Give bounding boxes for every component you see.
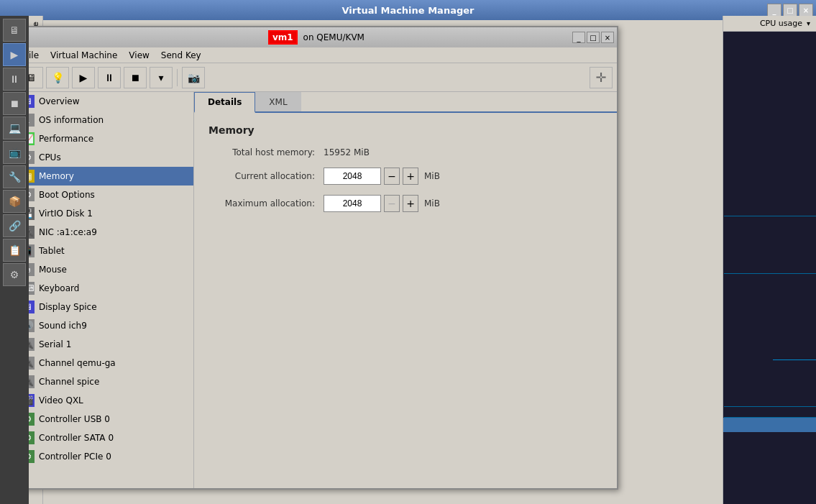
vm-maximize-button[interactable]: □	[587, 32, 600, 43]
pause-button[interactable]: ⏸	[98, 67, 121, 88]
sidebar-item-performance[interactable]: 📈 Performance	[16, 129, 193, 148]
dock-item-4[interactable]: ⏹	[3, 92, 26, 115]
sidebar-item-controller-usb-0[interactable]: ⚙ Controller USB 0	[16, 410, 193, 429]
vmm-maximize-button[interactable]: □	[783, 4, 797, 17]
cpu-panel-dropdown[interactable]: ▾	[807, 19, 810, 27]
toolbar-separator	[177, 69, 178, 86]
vm-sidebar: 🖥 Overview ℹ OS information 📈 Performanc…	[16, 92, 194, 488]
vm-title-on: on QEMU/KVM	[303, 32, 365, 42]
total-host-memory-value: 15952 MiB	[324, 147, 370, 157]
light-button[interactable]: 💡	[46, 67, 69, 88]
screenshot-button[interactable]: 📷	[182, 67, 205, 88]
application-dock: 🖥 ▶ ⏸ ⏹ 💻 📺 🔧 📦 🔗 📋 ⚙	[0, 16, 29, 504]
maximum-allocation-label: Maximum allocation:	[208, 198, 324, 209]
sidebar-item-memory[interactable]: ▦ Memory	[16, 167, 193, 185]
sidebar-item-tablet[interactable]: 📱 Tablet	[16, 242, 193, 260]
stop-button[interactable]: ⏹	[124, 67, 147, 88]
sidebar-item-channel-spice[interactable]: 🔌 Channel spice	[16, 372, 193, 391]
sidebar-item-channel-qemu-ga[interactable]: 🔌 Channel qemu-ga	[16, 354, 193, 372]
vm-menubar: File Virtual Machine View Send Key	[16, 47, 617, 63]
display-spice-label: Display Spice	[39, 302, 97, 312]
sidebar-item-mouse[interactable]: 🖱 Mouse	[16, 260, 193, 279]
sidebar-item-virtio-disk-1[interactable]: 💾 VirtIO Disk 1	[16, 204, 193, 223]
sidebar-item-controller-sata-0[interactable]: ⚙ Controller SATA 0	[16, 429, 193, 447]
virtio-disk-label: VirtIO Disk 1	[39, 209, 93, 219]
sidebar-item-overview[interactable]: 🖥 Overview	[16, 92, 193, 111]
vm-close-button[interactable]: ×	[601, 32, 614, 43]
performance-label: Performance	[39, 134, 93, 144]
maximum-allocation-unit: MiB	[424, 198, 440, 209]
vmm-close-button[interactable]: ×	[799, 4, 813, 17]
vm-window: vm1 on QEMU/KVM _ □ × File Virtual Machi…	[14, 26, 618, 490]
fullscreen-button[interactable]: ✛	[590, 67, 613, 88]
current-allocation-input[interactable]	[324, 168, 381, 185]
dock-item-3[interactable]: ⏸	[3, 68, 26, 91]
play-button[interactable]: ▶	[72, 67, 95, 88]
cpus-label: CPUs	[39, 152, 61, 162]
details-tab[interactable]: Details	[194, 92, 255, 113]
vm-title: vm1 on QEMU/KVM	[20, 32, 613, 42]
vmm-outer-window: Virtual Machine Manager _ □ × 🖥 ▶ ⏸ ⏹ 💻 …	[0, 0, 816, 504]
serial-1-label: Serial 1	[39, 339, 71, 349]
controller-pcie-0-label: Controller PCIe 0	[39, 452, 111, 462]
maximum-allocation-row: Maximum allocation: − + MiB	[208, 195, 602, 212]
controller-usb-0-label: Controller USB 0	[39, 414, 110, 424]
dock-item-8[interactable]: 📦	[3, 190, 26, 213]
boot-options-label: Boot Options	[39, 190, 95, 200]
total-host-memory-label: Total host memory:	[208, 147, 324, 157]
maximum-allocation-plus-button[interactable]: +	[403, 195, 418, 212]
maximum-allocation-input[interactable]	[324, 195, 381, 212]
vm-menu-view[interactable]: View	[123, 49, 155, 62]
vm-minimize-button[interactable]: _	[572, 32, 585, 43]
channel-spice-label: Channel spice	[39, 377, 99, 387]
sidebar-item-nic[interactable]: 🔌 NIC :a1:ce:a9	[16, 223, 193, 242]
dock-item-7[interactable]: 🔧	[3, 165, 26, 188]
dock-item-10[interactable]: 📋	[3, 239, 26, 262]
memory-content-area: Memory Total host memory: 15952 MiB Curr…	[194, 113, 617, 234]
vmm-minimize-button[interactable]: _	[767, 4, 781, 17]
maximum-allocation-minus-button: −	[384, 195, 400, 212]
vm-main-content: Details XML Memory Total host memory: 15…	[194, 92, 617, 488]
memory-label: Memory	[39, 171, 74, 181]
keyboard-label: Keyboard	[39, 283, 79, 293]
vm-menu-virtual-machine[interactable]: Virtual Machine	[45, 49, 123, 62]
xml-tab[interactable]: XML	[255, 92, 301, 111]
sidebar-item-serial-1[interactable]: 🔌 Serial 1	[16, 335, 193, 354]
vm-titlebar: vm1 on QEMU/KVM _ □ ×	[16, 27, 617, 47]
sidebar-item-sound-ich9[interactable]: 🔊 Sound ich9	[16, 316, 193, 335]
sidebar-item-cpus[interactable]: ⚙ CPUs	[16, 148, 193, 167]
dock-item-6[interactable]: 📺	[3, 141, 26, 164]
current-allocation-plus-button[interactable]: +	[403, 168, 418, 185]
cpu-highlight-bar	[723, 418, 816, 432]
current-allocation-minus-button[interactable]: −	[384, 168, 400, 185]
mouse-label: Mouse	[39, 265, 67, 275]
sidebar-item-display-spice[interactable]: 🖥 Display Spice	[16, 298, 193, 316]
vm-titlebar-controls: _ □ ×	[572, 32, 614, 43]
vmm-titlebar: Virtual Machine Manager _ □ ×	[0, 0, 816, 20]
dropdown-button[interactable]: ▾	[150, 67, 173, 88]
dock-item-11[interactable]: ⚙	[3, 263, 26, 286]
current-allocation-label: Current allocation:	[208, 171, 324, 181]
sidebar-item-boot-options[interactable]: ⚙ Boot Options	[16, 185, 193, 204]
video-qxl-label: Video QXL	[39, 395, 83, 406]
sidebar-item-os-information[interactable]: ℹ OS information	[16, 111, 193, 129]
vm-menu-send-key[interactable]: Send Key	[155, 49, 207, 62]
sound-ich9-label: Sound ich9	[39, 321, 87, 331]
cpu-graph	[723, 32, 816, 504]
nic-label: NIC :a1:ce:a9	[39, 227, 97, 237]
sidebar-item-controller-pcie-0[interactable]: ⚙ Controller PCIe 0	[16, 447, 193, 466]
cpu-usage-panel: CPU usage ▾	[723, 16, 816, 504]
current-allocation-input-group: − + MiB	[324, 168, 440, 185]
dock-item-9[interactable]: 🔗	[3, 214, 26, 237]
tablet-label: Tablet	[39, 246, 65, 256]
sidebar-item-video-qxl[interactable]: 🎬 Video QXL	[16, 391, 193, 410]
cpu-panel-title: CPU usage ▾	[723, 16, 816, 32]
tab-bar: Details XML	[194, 92, 617, 113]
total-host-memory-row: Total host memory: 15952 MiB	[208, 147, 602, 157]
current-allocation-row: Current allocation: − + MiB	[208, 168, 602, 185]
dock-item-2[interactable]: ▶	[3, 43, 26, 66]
vmm-title: Virtual Machine Manager	[0, 5, 816, 16]
dock-item-5[interactable]: 💻	[3, 116, 26, 139]
dock-item-1[interactable]: 🖥	[3, 19, 26, 42]
sidebar-item-keyboard[interactable]: ⌨ Keyboard	[16, 279, 193, 298]
